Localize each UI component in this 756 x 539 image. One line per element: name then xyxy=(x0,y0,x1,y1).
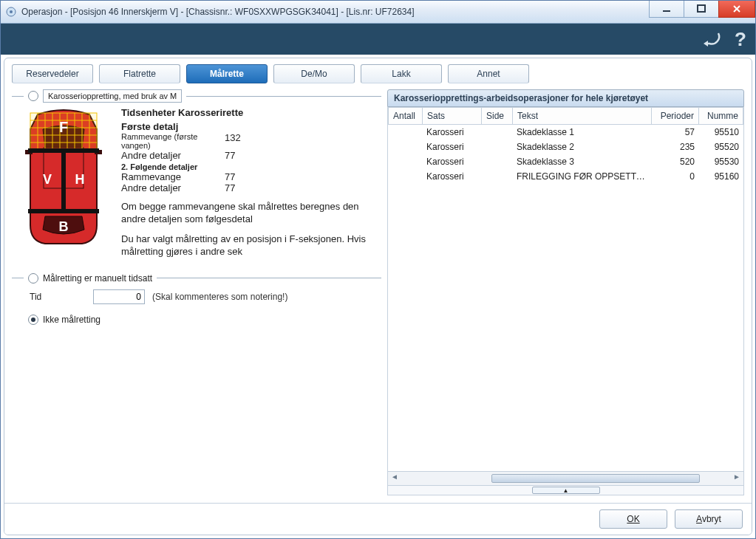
col-antall[interactable]: Antall xyxy=(389,108,423,125)
col-side[interactable]: Side xyxy=(482,108,513,125)
ribbon: ? xyxy=(1,24,755,55)
tab-label: Flatrette xyxy=(123,69,156,79)
scroll-right-icon[interactable]: ► xyxy=(733,473,740,481)
car-diagram: F V H B xyxy=(12,107,115,258)
tab-label: Annet xyxy=(477,69,500,79)
tab-label: Lakk xyxy=(392,69,410,79)
row4-label: Andre detaljer xyxy=(121,182,225,193)
undo-icon[interactable] xyxy=(702,30,723,49)
svg-marker-6 xyxy=(704,41,708,47)
group-legend-label: Karosserioppretting, med bruk av M xyxy=(43,89,182,103)
window-title: Operasjon - [Posisjon 46 Innerskjerm V] … xyxy=(21,7,649,17)
details-header: Tidsenheter Karosserirette xyxy=(121,107,381,118)
details: Tidsenheter Karosserirette Første detalj… xyxy=(121,107,381,258)
app-window: Operasjon - [Posisjon 46 Innerskjerm V] … xyxy=(0,0,756,539)
note1: Om begge rammevangene skal målrettes ber… xyxy=(121,201,381,226)
footer: OK Avbryt xyxy=(4,503,752,535)
tid-label: Tid xyxy=(12,292,86,302)
note2: Du har valgt målretting av en posisjon i… xyxy=(121,233,381,258)
row1-value: 132 xyxy=(225,132,254,150)
maximize-button[interactable] xyxy=(684,1,719,18)
svg-point-1 xyxy=(10,10,13,13)
grid: Antall Sats Side Tekst Perioder Numme xyxy=(387,107,744,495)
group-manual: Målretting er manuelt tidsatt Tid (Skal … xyxy=(12,273,381,325)
tab-reservedeler[interactable]: Reservedeler xyxy=(12,64,93,83)
second-detail-label: 2. Følgende detaljer xyxy=(121,163,381,171)
tab-label: De/Mo xyxy=(301,69,327,79)
minimize-button[interactable] xyxy=(649,1,684,18)
window-controls xyxy=(649,1,755,18)
left-column: Karosserioppretting, med bruk av M xyxy=(12,89,381,495)
collapse-up-icon[interactable]: ▲ xyxy=(532,487,600,494)
radio-manual[interactable] xyxy=(28,273,38,284)
group2-legend: Målretting er manuelt tidsatt xyxy=(43,273,152,284)
radio-none[interactable] xyxy=(28,315,38,325)
svg-rect-24 xyxy=(28,209,99,213)
tab-annet[interactable]: Annet xyxy=(448,64,529,83)
cancel-button[interactable]: Avbryt xyxy=(675,509,743,529)
col-tekst[interactable]: Tekst xyxy=(513,108,652,125)
zone-b-label: B xyxy=(59,219,69,234)
right-panel-title: Karosseriopprettings-arbeidsoperasjoner … xyxy=(387,89,744,107)
table-row[interactable]: KarosseriSkadeklasse 352095530 xyxy=(388,154,743,169)
grid-rows-table: KarosseriSkadeklasse 15795510KarosseriSk… xyxy=(388,125,743,184)
tid-hint: (Skal kommenteres som notering!) xyxy=(152,292,287,302)
tab-flatrette[interactable]: Flatrette xyxy=(99,64,180,83)
close-button[interactable] xyxy=(718,1,755,18)
titlebar: Operasjon - [Posisjon 46 Innerskjerm V] … xyxy=(1,1,755,24)
none-label: Ikke målretting xyxy=(43,315,101,325)
grid-table: Antall Sats Side Tekst Perioder Numme xyxy=(388,107,743,125)
table-row[interactable]: KarosseriSkadeklasse 223595520 xyxy=(388,140,743,154)
ok-button[interactable]: OK xyxy=(599,509,667,529)
tab-malrette[interactable]: Målrette xyxy=(186,64,268,83)
radio-karosseri[interactable] xyxy=(28,91,38,101)
app-icon xyxy=(5,6,17,18)
help-icon[interactable]: ? xyxy=(735,28,746,51)
left-body: F V H B Tidsenheter Karosserirette Først… xyxy=(12,107,381,258)
scroll-thumb[interactable] xyxy=(491,474,700,483)
col-nummer[interactable]: Numme xyxy=(699,108,743,125)
tabs: Reservedeler Flatrette Målrette De/Mo La… xyxy=(4,58,752,83)
tab-demo[interactable]: De/Mo xyxy=(273,64,355,83)
inner-panel: Reservedeler Flatrette Målrette De/Mo La… xyxy=(4,58,752,535)
col-perioder[interactable]: Perioder xyxy=(652,108,699,125)
table-row[interactable]: KarosseriSkadeklasse 15795510 xyxy=(388,125,743,140)
horizontal-scrollbar[interactable]: ◄ ► xyxy=(388,471,743,485)
first-detail-label: Første detalj xyxy=(121,121,381,132)
svg-rect-2 xyxy=(663,10,670,12)
row4-value: 77 xyxy=(225,182,254,193)
ok-label: OK xyxy=(627,514,639,524)
row1-label: Rammevange (første vangen) xyxy=(121,132,225,150)
table-row[interactable]: KarosseriFRILEGGING FØR OPPSETT I BENK -… xyxy=(388,169,743,184)
row3-label: Rammevange xyxy=(121,171,225,182)
grid-body[interactable]: KarosseriSkadeklasse 15795510KarosseriSk… xyxy=(388,125,743,471)
row2-label: Andre detaljer xyxy=(121,150,225,161)
zone-v-label: V xyxy=(43,172,52,187)
group-karosseri: Karosserioppretting, med bruk av M xyxy=(12,89,381,103)
col-sats[interactable]: Sats xyxy=(423,108,482,125)
row3-value: 77 xyxy=(225,171,254,182)
split-handle[interactable]: ▲ xyxy=(388,485,743,495)
tid-input[interactable] xyxy=(93,289,145,304)
zone-f-label: F xyxy=(59,119,68,135)
row2-value: 77 xyxy=(225,150,254,161)
tab-label: Målrette xyxy=(210,69,244,79)
svg-rect-3 xyxy=(698,5,705,12)
scroll-left-icon[interactable]: ◄ xyxy=(391,473,398,481)
content: Karosserioppretting, med bruk av M xyxy=(4,83,752,503)
zone-h-label: H xyxy=(75,172,85,187)
right-column: Karosseriopprettings-arbeidsoperasjoner … xyxy=(387,89,744,495)
svg-rect-25 xyxy=(61,153,66,209)
svg-rect-23 xyxy=(28,148,99,153)
tab-label: Reservedeler xyxy=(26,69,78,79)
tab-lakk[interactable]: Lakk xyxy=(361,64,442,83)
